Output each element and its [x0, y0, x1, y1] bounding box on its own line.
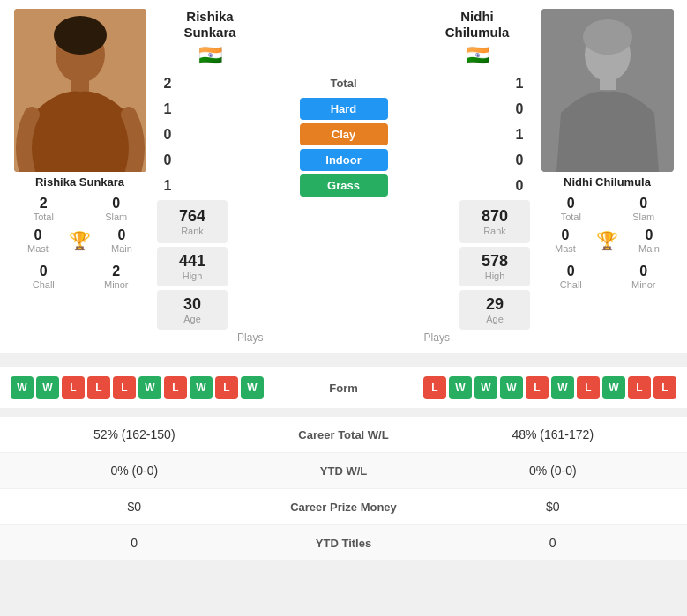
left-age-val: 30	[183, 295, 201, 314]
right-age-box: 29 Age	[459, 290, 530, 330]
right-total-cell: 0 Total	[534, 193, 608, 225]
left-name-center: Rishika Sunkara	[183, 9, 235, 41]
match-lines: 2 Total 1 1 Hard 0 0	[157, 72, 530, 197]
form-label: Form	[309, 382, 379, 395]
stats-row: 0% (0-0)YTD W/L0% (0-0)	[0, 453, 687, 489]
grass-row: 1 Grass 0	[157, 174, 530, 197]
right-slam-lbl: Slam	[632, 212, 654, 222]
right-main-val: 0	[646, 227, 653, 243]
trophy-icon-right: 🏆	[596, 230, 618, 251]
stats-left: 0	[13, 536, 256, 550]
left-name-banner: Rishika Sunkara 🇮🇳	[157, 9, 263, 67]
left-minor-cell: 2 Minor	[80, 261, 153, 293]
main-container: Rishika Sunkara 2 Total 0 Slam 0 Mast 🏆	[0, 0, 687, 561]
grass-badge-wrap: Grass	[178, 174, 509, 197]
right-minor-val: 0	[639, 263, 647, 279]
left-chall-lbl: Chall	[33, 279, 55, 290]
hard-row: 1 Hard 0	[157, 98, 530, 120]
total-score-right: 1	[509, 76, 530, 92]
left-mast-lbl: Mast	[27, 243, 49, 254]
left-age-box: 30 Age	[157, 290, 228, 330]
right-slam-cell: 0 Slam	[608, 193, 681, 225]
left-rank-val: 764	[179, 207, 205, 226]
form-badge: W	[500, 376, 523, 399]
stats-row: 0YTD Titles0	[0, 525, 687, 561]
right-minor-cell: 0 Minor	[608, 261, 681, 293]
form-badge: L	[628, 376, 651, 399]
left-rank-lbl: Rank	[181, 226, 204, 236]
form-badge: W	[449, 376, 472, 399]
clay-badge-wrap: Clay	[178, 123, 509, 145]
clay-score-right: 1	[509, 127, 530, 143]
left-challminor-grid: 0 Chall 2 Minor	[7, 261, 153, 293]
stats-right: 0% (0-0)	[432, 464, 675, 478]
form-badge: W	[190, 376, 213, 399]
grass-badge: Grass	[300, 174, 388, 197]
total-row: 2 Total 1	[157, 72, 530, 94]
svg-point-2	[54, 16, 107, 55]
left-main-cell: 0 Main	[91, 227, 153, 254]
hard-score-right: 0	[509, 101, 530, 117]
right-mast-cell: 0 Mast	[534, 227, 596, 254]
left-high-val: 441	[179, 252, 205, 271]
rank-row: 764 Rank 870 Rank	[157, 200, 530, 243]
form-badge: W	[36, 376, 59, 399]
form-badge: L	[215, 376, 238, 399]
stats-center: Career Prize Money	[256, 501, 432, 514]
right-high-box: 578 High	[459, 247, 530, 286]
trophy-icon-left: 🏆	[69, 230, 91, 251]
right-player-name: Nidhi Chilumula	[564, 175, 651, 189]
form-badge: L	[423, 376, 446, 399]
names-banner: Rishika Sunkara 🇮🇳 Nidhi Chilumula 🇮🇳	[157, 9, 530, 67]
right-player-card: Nidhi Chilumula 0 Total 0 Slam 0 Mast 🏆	[534, 9, 680, 344]
total-badge: Total	[300, 72, 388, 94]
form-badge: L	[164, 376, 187, 399]
form-badge: L	[113, 376, 136, 399]
plays-label-row: Plays Plays	[157, 331, 530, 344]
stats-table: 52% (162-150)Career Total W/L48% (161-17…	[0, 417, 687, 561]
right-slam-val: 0	[639, 196, 647, 212]
form-badge: W	[241, 376, 264, 399]
stats-row: 52% (162-150)Career Total W/L48% (161-17…	[0, 417, 687, 453]
right-age-lbl: Age	[486, 314, 504, 324]
left-slam-val: 0	[112, 196, 120, 212]
high-row: 441 High 578 High	[157, 247, 530, 286]
left-high-lbl: High	[183, 271, 203, 281]
right-high-lbl: High	[485, 271, 505, 281]
right-rank-box: 870 Rank	[459, 200, 530, 243]
left-rank-box: 764 Rank	[157, 200, 228, 243]
stats-row: $0Career Prize Money$0	[0, 489, 687, 525]
left-chall-cell: 0 Chall	[7, 261, 80, 293]
left-slam-cell: 0 Slam	[80, 193, 153, 225]
right-main-cell: 0 Main	[618, 227, 680, 254]
left-form-badges: WWLLLWLWLW	[11, 376, 309, 399]
stats-left: $0	[13, 500, 256, 514]
stats-right: 48% (161-172)	[432, 427, 675, 442]
svg-rect-7	[600, 78, 616, 90]
stats-right: $0	[432, 500, 675, 514]
right-age-val: 29	[486, 295, 504, 314]
stats-left: 52% (162-150)	[13, 427, 256, 442]
indoor-row: 0 Indoor 0	[157, 149, 530, 171]
indoor-badge: Indoor	[300, 149, 388, 171]
right-main-lbl: Main	[638, 243, 660, 254]
right-total-val: 0	[567, 196, 575, 212]
right-challminor-grid: 0 Chall 0 Minor	[534, 261, 680, 293]
right-chall-lbl: Chall	[560, 279, 582, 290]
stats-center: YTD Titles	[256, 537, 432, 550]
form-badge: L	[87, 376, 110, 399]
total-badge-wrap: Total	[178, 72, 509, 94]
left-slam-lbl: Slam	[105, 212, 127, 222]
clay-score-left: 0	[157, 127, 178, 143]
right-rank-lbl: Rank	[483, 226, 506, 236]
form-badge: W	[138, 376, 161, 399]
clay-row: 0 Clay 1	[157, 123, 530, 145]
left-age-lbl: Age	[183, 314, 201, 324]
svg-rect-3	[71, 78, 89, 92]
form-badge: L	[577, 376, 600, 399]
left-plays-lbl: Plays	[157, 331, 344, 344]
age-plays-row: 30 Age 29 Age	[157, 290, 530, 330]
left-main-val: 0	[118, 227, 126, 243]
right-form-badges: LWWWLWLWLL	[379, 376, 677, 399]
right-name-center: Nidhi Chilumula	[445, 9, 510, 41]
